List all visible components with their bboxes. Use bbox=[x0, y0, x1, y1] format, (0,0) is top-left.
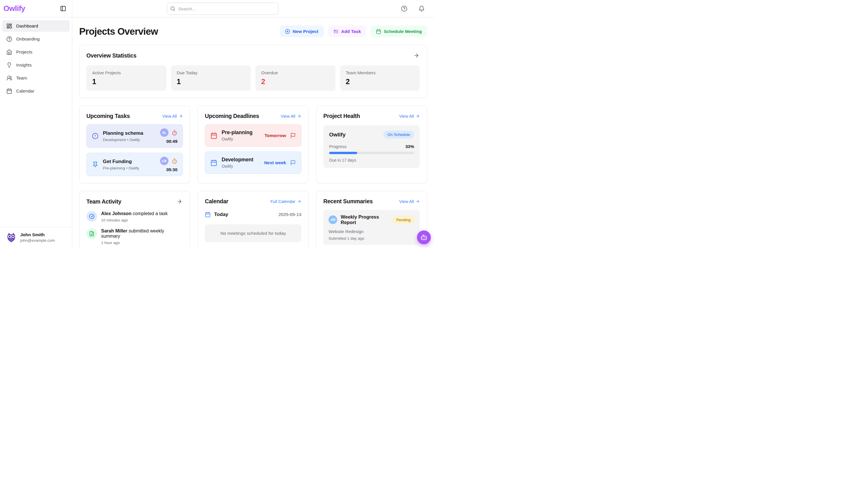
sidebar: Owlify Dashboard Onboarding Projects bbox=[0, 0, 72, 248]
app-logo[interactable]: Owlify bbox=[3, 4, 25, 13]
full-calendar-link[interactable]: Full Calendar bbox=[270, 199, 301, 204]
task-subtitle: Development • Owlify bbox=[103, 138, 143, 142]
project-health-item[interactable]: Owlify On Schedule Progress 33% Due in 1… bbox=[323, 125, 420, 168]
flag-icon bbox=[290, 160, 296, 166]
sidebar-item-dashboard[interactable]: Dashboard bbox=[2, 20, 70, 32]
dashboard-icon bbox=[6, 23, 12, 29]
status-badge: Pending bbox=[392, 216, 415, 224]
deadline-title: Development bbox=[222, 157, 253, 163]
health-view-all-link[interactable]: View All bbox=[399, 114, 420, 119]
stats-arrow-button[interactable] bbox=[413, 52, 420, 59]
calendar-icon bbox=[6, 88, 12, 94]
notifications-button[interactable] bbox=[418, 5, 425, 13]
topbar bbox=[72, 0, 434, 17]
summaries-title: Recent Summaries bbox=[323, 198, 373, 205]
activity-item: Alex Johnson completed a task 10 minutes… bbox=[86, 211, 183, 222]
overview-statistics-card: Overview Statistics Active Projects 1 Du… bbox=[79, 45, 427, 98]
deadline-row[interactable]: Pre-planning Owlify Tomorrow bbox=[205, 124, 301, 147]
stat-value: 1 bbox=[177, 78, 245, 86]
help-circle-icon bbox=[401, 5, 407, 12]
main-area: Projects Overview New Project Add Task S… bbox=[72, 0, 434, 248]
deadlines-view-all-link[interactable]: View All bbox=[281, 114, 301, 119]
calendar-date: 2025-05-13 bbox=[279, 212, 301, 217]
progress-percent: 33% bbox=[405, 144, 414, 149]
sidebar-item-onboarding[interactable]: Onboarding bbox=[2, 33, 70, 45]
checklist-icon bbox=[334, 29, 339, 34]
page-title: Projects Overview bbox=[79, 26, 158, 37]
stats-title: Overview Statistics bbox=[86, 52, 136, 59]
activity-time: 1 hour ago bbox=[101, 241, 183, 245]
task-row[interactable]: Get Funding Pre-planning • Owlify CR 05:… bbox=[86, 153, 183, 176]
task-timer-value: 00:49 bbox=[166, 139, 177, 144]
new-project-button[interactable]: New Project bbox=[280, 25, 324, 37]
progress-label: Progress bbox=[329, 144, 347, 149]
user-avatar-owl-icon bbox=[6, 232, 17, 243]
ai-assistant-button[interactable] bbox=[417, 231, 431, 244]
search-input[interactable] bbox=[167, 3, 278, 15]
arrow-right-icon bbox=[297, 199, 301, 204]
task-title: Planning schema bbox=[103, 131, 143, 136]
timer-icon[interactable] bbox=[172, 158, 177, 164]
timer-icon[interactable] bbox=[172, 130, 177, 136]
sidebar-toggle-button[interactable] bbox=[59, 5, 67, 12]
help-button[interactable] bbox=[401, 5, 408, 13]
flag-icon bbox=[290, 133, 296, 138]
help-circle-icon bbox=[6, 36, 12, 42]
user-email: john@example.com bbox=[20, 238, 55, 243]
summary-title: Weekly Progress Report bbox=[341, 214, 389, 225]
sidebar-item-label: Calendar bbox=[16, 88, 34, 94]
deadline-row[interactable]: Development Owlify Next week bbox=[205, 152, 301, 174]
stat-due-today: Due Today 1 bbox=[171, 65, 251, 91]
alert-circle-icon bbox=[92, 133, 99, 139]
deadlines-title: Upcoming Deadlines bbox=[205, 113, 259, 119]
panel-left-icon bbox=[60, 5, 66, 12]
user-name: John Smith bbox=[20, 232, 55, 237]
pin-icon bbox=[92, 161, 99, 168]
arrow-right-icon bbox=[297, 114, 301, 118]
users-icon bbox=[6, 75, 12, 81]
activity-arrow-button[interactable] bbox=[176, 198, 183, 205]
add-task-button[interactable]: Add Task bbox=[328, 25, 366, 37]
summary-item[interactable]: JW Weekly Progress Report Pending Websit… bbox=[323, 210, 420, 245]
activity-action: completed a task bbox=[132, 211, 167, 216]
file-text-icon bbox=[86, 228, 97, 239]
activity-title: Team Activity bbox=[86, 198, 121, 205]
search-box bbox=[167, 3, 278, 15]
sidebar-item-insights[interactable]: Insights bbox=[2, 59, 70, 71]
progress-bar-fill bbox=[329, 152, 357, 154]
home-icon bbox=[6, 49, 12, 55]
calendar-card: Calendar Full Calendar Today 2025-05-13 bbox=[198, 191, 308, 248]
project-due: Due in 17 days bbox=[329, 158, 414, 163]
sidebar-item-calendar[interactable]: Calendar bbox=[2, 85, 70, 97]
sidebar-item-team[interactable]: Team bbox=[2, 72, 70, 84]
sidebar-item-label: Projects bbox=[16, 49, 32, 55]
summary-author-avatar: JW bbox=[329, 216, 337, 224]
arrow-right-icon bbox=[177, 199, 182, 204]
calendar-title: Calendar bbox=[205, 198, 228, 205]
calendar-empty-state: No meetings scheduled for today bbox=[205, 224, 301, 242]
summaries-view-all-link[interactable]: View All bbox=[399, 199, 420, 204]
calendar-icon bbox=[376, 29, 381, 34]
sidebar-header: Owlify bbox=[0, 0, 72, 17]
status-badge: On Schedule bbox=[384, 131, 414, 138]
deadline-due: Next week bbox=[264, 160, 286, 165]
stat-value: 2 bbox=[346, 78, 414, 86]
task-row[interactable]: Planning schema Development • Owlify SL … bbox=[86, 124, 183, 148]
sidebar-nav: Dashboard Onboarding Projects Insights T… bbox=[0, 17, 72, 227]
deadline-project: Owlify bbox=[222, 137, 252, 141]
task-subtitle: Pre-planning • Owlify bbox=[103, 166, 139, 170]
page-head: Projects Overview New Project Add Task S… bbox=[79, 25, 427, 37]
stat-team-members: Team Members 2 bbox=[340, 65, 420, 91]
activity-user: Sarah Miller bbox=[101, 228, 127, 233]
stat-active-projects: Active Projects 1 bbox=[86, 65, 166, 91]
project-health-card: Project Health View All Owlify On Schedu… bbox=[316, 105, 427, 183]
deadline-due: Tomorrow bbox=[264, 133, 286, 138]
sidebar-item-projects[interactable]: Projects bbox=[2, 46, 70, 58]
tasks-title: Upcoming Tasks bbox=[86, 113, 130, 119]
user-profile[interactable]: John Smith john@example.com bbox=[0, 227, 72, 248]
stat-overdue: Overdue 2 bbox=[255, 65, 335, 91]
sidebar-item-label: Onboarding bbox=[16, 36, 40, 41]
schedule-meeting-button[interactable]: Schedule Meeting bbox=[371, 25, 427, 37]
content: Projects Overview New Project Add Task S… bbox=[72, 17, 434, 248]
tasks-view-all-link[interactable]: View All bbox=[162, 114, 183, 119]
